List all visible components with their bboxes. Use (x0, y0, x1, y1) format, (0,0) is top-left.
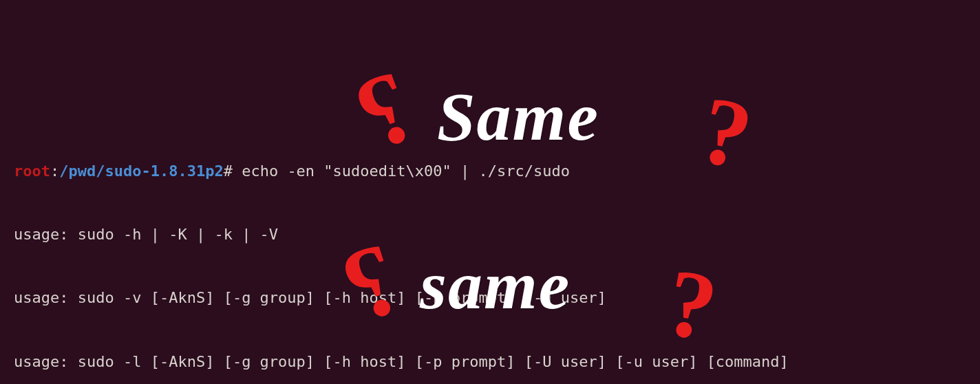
output-line: usage: sudo -h | -K | -k | -V (14, 224, 966, 246)
prompt-sep: : (50, 162, 59, 180)
prompt-user: root (14, 162, 50, 180)
prompt-path: /pwd/sudo-1.8.31p2 (59, 162, 223, 180)
prompt-hash: # (224, 162, 233, 180)
output-line: usage: sudo -l [-AknS] [-g group] [-h ho… (14, 352, 966, 373)
terminal-output: root:/pwd/sudo-1.8.31p2# echo -en "sudoe… (14, 97, 966, 384)
prompt-line-1[interactable]: root:/pwd/sudo-1.8.31p2# echo -en "sudoe… (14, 161, 966, 182)
output-line: usage: sudo -v [-AknS] [-g group] [-h ho… (14, 288, 966, 309)
command-1: echo -en "sudoedit\x00" | ./src/sudo (233, 162, 570, 180)
